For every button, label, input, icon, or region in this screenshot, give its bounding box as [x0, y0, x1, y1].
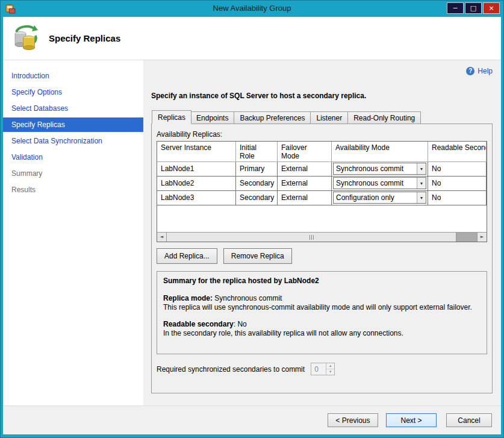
scrollbar-grip-icon	[310, 235, 310, 240]
readable-secondary-description: In the secondary role, this availability…	[163, 329, 481, 338]
dropdown-value: Synchronous commit	[334, 178, 417, 189]
replica-mode-label: Replica mode:	[163, 294, 213, 302]
availability-mode-dropdown[interactable]: Configuration only ▾	[333, 192, 426, 204]
cell-server: LabNode2	[157, 177, 236, 191]
availability-mode-dropdown[interactable]: Synchronous commit ▾	[333, 177, 426, 189]
replica-buttons-row: Add Replica... Remove Replica	[157, 248, 487, 264]
col-initial-role: Initial Role	[236, 142, 278, 162]
nav-item-introduction[interactable]: Introduction	[3, 69, 143, 83]
col-server-instance: Server Instance	[157, 142, 236, 162]
help-label: Help	[478, 67, 493, 75]
cell-server: LabNode1	[157, 162, 236, 177]
col-failover-mode: Failover Mode	[278, 142, 332, 162]
replica-mode-value: Synchronous commit	[213, 294, 282, 302]
replica-mode-line: Replica mode: Synchronous commit	[163, 294, 481, 303]
nav-item-specify-options[interactable]: Specify Options	[3, 85, 143, 99]
readable-secondary-line: Readable secondary: No	[163, 320, 481, 329]
window-title: New Availability Group	[3, 4, 501, 13]
minimize-button[interactable]: ─	[447, 2, 464, 14]
cell-availability: Synchronous commit ▾	[332, 162, 428, 177]
title-bar[interactable]: New Availability Group ─ □ ×	[3, 1, 501, 17]
close-button[interactable]: ×	[483, 2, 500, 14]
add-replica-button[interactable]: Add Replica...	[157, 248, 217, 264]
replicas-database-icon	[13, 23, 39, 54]
spin-down-icon[interactable]: ▼	[326, 369, 334, 375]
scrollbar-grip-icon	[313, 235, 314, 240]
cell-server: LabNode3	[157, 191, 236, 205]
chevron-down-icon[interactable]: ▾	[417, 163, 426, 174]
secondaries-to-commit-row: Required synchronized secondaries to com…	[157, 363, 487, 375]
spin-up-icon[interactable]: ▲	[326, 363, 334, 369]
scroll-left-icon[interactable]: ◄	[157, 233, 167, 242]
readable-secondary-label: Readable secondary	[163, 320, 234, 328]
wizard-header: Specify Replicas	[3, 17, 501, 60]
wizard-nav: Introduction Specify Options Select Data…	[3, 60, 143, 405]
nav-item-select-databases[interactable]: Select Databases	[3, 101, 143, 116]
replicas-tab-panel: Availability Replicas: Server Instance I…	[151, 124, 493, 393]
next-button[interactable]: Next >	[386, 413, 437, 427]
table-row[interactable]: LabNode3 Secondary External Configuratio…	[157, 191, 487, 205]
tab-strip: Replicas Endpoints Backup Preferences Li…	[151, 110, 493, 124]
tab-replicas[interactable]: Replicas	[152, 110, 191, 124]
cell-role: Primary	[236, 162, 278, 177]
dropdown-value: Configuration only	[334, 192, 417, 203]
nav-item-results: Results	[3, 183, 143, 197]
col-readable-secondary: Readable Secondary	[428, 142, 487, 162]
dropdown-value: Synchronous commit	[334, 163, 417, 174]
maximize-button[interactable]: □	[465, 2, 482, 14]
stepper-buttons: ▲ ▼	[326, 363, 334, 375]
remove-replica-button[interactable]: Remove Replica	[223, 248, 292, 264]
table-row[interactable]: LabNode1 Primary External Synchronous co…	[157, 162, 487, 177]
table-row[interactable]: LabNode2 Secondary External Synchronous …	[157, 177, 487, 191]
scrollbar-thumb[interactable]	[167, 233, 456, 242]
cell-failover: External	[278, 177, 332, 191]
dialog-window: New Availability Group ─ □ ×	[0, 0, 504, 438]
cell-failover: External	[278, 162, 332, 177]
summary-title: Summary for the replica hosted by LabNod…	[163, 277, 481, 286]
instruction-text: Specify an instance of SQL Server to hos…	[151, 92, 493, 100]
chevron-down-icon[interactable]: ▾	[417, 192, 426, 203]
readable-secondary-value: : No	[234, 320, 247, 328]
nav-item-specify-replicas[interactable]: Specify Replicas	[3, 117, 143, 132]
tab-listener[interactable]: Listener	[311, 111, 348, 124]
tab-backup-preferences[interactable]: Backup Preferences	[234, 111, 311, 124]
dialog-frame: Specify Replicas Introduction Specify Op…	[3, 17, 501, 434]
cell-readable: No	[428, 177, 487, 191]
scrollbar-grip-icon	[311, 235, 312, 240]
table-header-row: Server Instance Initial Role Failover Mo…	[157, 142, 487, 162]
availability-replicas-label: Availability Replicas:	[157, 130, 487, 139]
table-empty-area	[157, 205, 487, 232]
col-availability-mode: Availability Mode	[332, 142, 428, 162]
cancel-button[interactable]: Cancel	[446, 413, 492, 427]
tab-endpoints[interactable]: Endpoints	[191, 111, 234, 124]
cell-availability: Synchronous commit ▾	[332, 177, 428, 191]
scroll-right-icon[interactable]: ►	[477, 233, 487, 242]
horizontal-scrollbar[interactable]: ◄ ►	[157, 232, 487, 242]
scrollbar-track[interactable]	[456, 233, 477, 242]
cell-role: Secondary	[236, 177, 278, 191]
cell-readable: No	[428, 162, 487, 177]
availability-replicas-table: Server Instance Initial Role Failover Mo…	[157, 141, 487, 242]
tab-read-only-routing[interactable]: Read-Only Routing	[348, 111, 421, 124]
wizard-content: ? Help Specify an instance of SQL Server…	[143, 60, 501, 405]
window-controls: ─ □ ×	[447, 2, 500, 14]
previous-button[interactable]: < Previous	[328, 413, 378, 427]
wizard-footer: < Previous Next > Cancel	[3, 405, 501, 434]
replica-mode-description: This replica will use synchronous-commit…	[163, 303, 481, 312]
chevron-down-icon[interactable]: ▾	[417, 178, 426, 189]
help-link[interactable]: ? Help	[151, 66, 493, 76]
replica-summary-box: Summary for the replica hosted by LabNod…	[157, 271, 487, 354]
cell-role: Secondary	[236, 191, 278, 205]
cell-readable: No	[428, 191, 487, 205]
secondaries-to-commit-stepper[interactable]: 0 ▲ ▼	[311, 363, 335, 375]
secondaries-to-commit-label: Required synchronized secondaries to com…	[157, 365, 305, 374]
page-title: Specify Replicas	[49, 33, 120, 43]
cell-availability: Configuration only ▾	[332, 191, 428, 205]
availability-mode-dropdown[interactable]: Synchronous commit ▾	[333, 163, 426, 175]
stepper-value: 0	[311, 363, 326, 375]
nav-item-data-synchronization[interactable]: Select Data Synchronization	[3, 134, 143, 148]
cell-failover: External	[278, 191, 332, 205]
nav-item-validation[interactable]: Validation	[3, 150, 143, 164]
help-icon: ?	[466, 67, 474, 75]
nav-item-summary: Summary	[3, 166, 143, 181]
